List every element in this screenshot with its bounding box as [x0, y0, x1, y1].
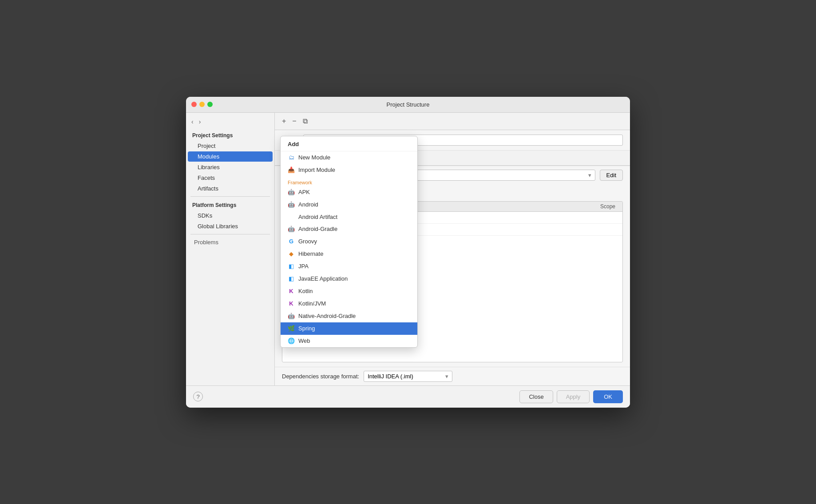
- dropdown-apk[interactable]: 🤖 APK: [281, 186, 417, 198]
- bottom-actions: Close Apply OK: [519, 390, 623, 403]
- sidebar-item-modules[interactable]: Modules: [188, 151, 273, 162]
- new-module-icon: 🗂: [288, 154, 295, 161]
- remove-button[interactable]: −: [290, 116, 298, 126]
- dropdown-groovy-label: Groovy: [298, 238, 317, 245]
- apply-button[interactable]: Apply: [557, 390, 590, 403]
- apk-icon: 🤖: [288, 189, 295, 196]
- sidebar-divider-2: [190, 234, 270, 234]
- dropdown-new-module[interactable]: 🗂 New Module: [281, 151, 417, 164]
- dropdown-groovy[interactable]: G Groovy: [281, 235, 417, 248]
- dropdown-title: Add: [281, 136, 417, 151]
- title-bar: Project Structure: [186, 97, 630, 113]
- dropdown-native-android-gradle-label: Native-Android-Gradle: [298, 313, 356, 319]
- main-content: ‹ › Project Settings Project Modules Lib…: [186, 113, 630, 385]
- dropdown-web-label: Web: [298, 337, 310, 344]
- forward-button[interactable]: ›: [197, 117, 203, 126]
- dropdown-android-label: Android: [298, 201, 318, 208]
- traffic-lights: [191, 102, 213, 107]
- dropdown-kotlin-jvm-label: Kotlin/JVM: [298, 300, 326, 307]
- sidebar-nav: ‹ ›: [186, 117, 274, 126]
- dropdown-javaee-label: JavaEE Application: [298, 275, 348, 282]
- add-dropdown-popup: Add 🗂 New Module 📥 Import Module Framewo…: [280, 136, 418, 348]
- add-button[interactable]: +: [280, 116, 288, 126]
- dropdown-web[interactable]: 🌐 Web: [281, 335, 417, 347]
- dropdown-spring-label: Spring: [298, 325, 315, 332]
- groovy-icon: G: [288, 238, 295, 245]
- web-icon: 🌐: [288, 337, 295, 345]
- ok-button[interactable]: OK: [593, 390, 623, 403]
- import-module-icon: 📥: [288, 167, 295, 174]
- sidebar-item-sdks[interactable]: SDKs: [188, 210, 273, 221]
- bottom-bar: ? Close Apply OK: [186, 385, 630, 408]
- close-button[interactable]: Close: [519, 390, 553, 403]
- storage-chevron-icon: ▾: [445, 373, 448, 380]
- dropdown-hibernate-label: Hibernate: [298, 250, 323, 257]
- right-panel: + − ⧉ Name: Sources Paths Dependencies: [275, 113, 630, 385]
- dropdown-import-module[interactable]: 📥 Import Module: [281, 164, 417, 176]
- storage-row: Dependencies storage format: IntelliJ ID…: [275, 367, 630, 385]
- dropdown-jpa-label: JPA: [298, 263, 309, 270]
- dropdown-new-module-label: New Module: [298, 154, 330, 161]
- project-settings-label: Project Settings: [186, 130, 274, 140]
- sidebar-item-libraries[interactable]: Libraries: [188, 162, 273, 172]
- dropdown-apk-label: APK: [298, 189, 310, 195]
- android-gradle-icon: 🤖: [288, 226, 295, 233]
- dropdown-android[interactable]: 🤖 Android: [281, 198, 417, 211]
- hibernate-icon: ◆: [288, 250, 295, 258]
- dropdown-android-gradle-label: Android-Gradle: [298, 226, 337, 232]
- sidebar-item-facets[interactable]: Facets: [188, 173, 273, 183]
- back-button[interactable]: ‹: [190, 117, 195, 126]
- kotlin-jvm-icon: K: [288, 300, 295, 307]
- dropdown-kotlin-label: Kotlin: [298, 288, 313, 294]
- sidebar-divider: [190, 196, 270, 197]
- sidebar-item-global-libraries[interactable]: Global Libraries: [188, 221, 273, 231]
- sidebar: ‹ › Project Settings Project Modules Lib…: [186, 113, 275, 385]
- javaee-icon: ◧: [288, 275, 295, 282]
- dropdown-import-module-label: Import Module: [298, 167, 335, 173]
- dropdown-jpa[interactable]: ◧ JPA: [281, 260, 417, 273]
- platform-settings-label: Platform Settings: [186, 199, 274, 210]
- dropdown-native-android-gradle[interactable]: 🤖 Native-Android-Gradle: [281, 310, 417, 322]
- native-android-gradle-icon: 🤖: [288, 313, 295, 320]
- dropdown-kotlin[interactable]: K Kotlin: [281, 285, 417, 298]
- storage-value: IntelliJ IDEA (.iml): [368, 373, 413, 380]
- spring-icon: 🌿: [288, 325, 295, 332]
- storage-select[interactable]: IntelliJ IDEA (.iml) ▾: [364, 371, 452, 382]
- android-icon: 🤖: [288, 201, 295, 208]
- maximize-traffic-light[interactable]: [207, 102, 213, 107]
- dropdown-javaee[interactable]: ◧ JavaEE Application: [281, 273, 417, 285]
- project-structure-window: Project Structure ‹ › Project Settings P…: [186, 97, 630, 408]
- dropdown-framework-label: Framework: [281, 176, 417, 186]
- dropdown-android-gradle[interactable]: 🤖 Android-Gradle: [281, 223, 417, 235]
- dropdown-android-artifact[interactable]: Android Artifact: [281, 211, 417, 223]
- jpa-icon: ◧: [288, 263, 295, 270]
- kotlin-icon: K: [288, 288, 295, 295]
- edit-sdk-button[interactable]: Edit: [600, 170, 623, 181]
- minimize-traffic-light[interactable]: [199, 102, 205, 107]
- sidebar-item-artifacts[interactable]: Artifacts: [188, 183, 273, 194]
- window-title: Project Structure: [387, 101, 430, 108]
- close-traffic-light[interactable]: [191, 102, 197, 107]
- dep-col-scope-header: Scope: [566, 203, 619, 210]
- copy-button[interactable]: ⧉: [301, 116, 309, 126]
- help-button[interactable]: ?: [193, 392, 203, 401]
- dropdown-spring[interactable]: 🌿 Spring: [281, 322, 417, 335]
- dropdown-kotlin-jvm[interactable]: K Kotlin/JVM: [281, 298, 417, 310]
- main-toolbar: + − ⧉: [275, 113, 630, 130]
- sidebar-item-project[interactable]: Project: [188, 141, 273, 151]
- sdk-chevron-icon: ▾: [588, 172, 591, 179]
- dropdown-hibernate[interactable]: ◆ Hibernate: [281, 248, 417, 260]
- storage-label: Dependencies storage format:: [282, 373, 359, 380]
- dropdown-android-artifact-label: Android Artifact: [298, 214, 337, 220]
- sidebar-item-problems[interactable]: Problems: [188, 237, 273, 247]
